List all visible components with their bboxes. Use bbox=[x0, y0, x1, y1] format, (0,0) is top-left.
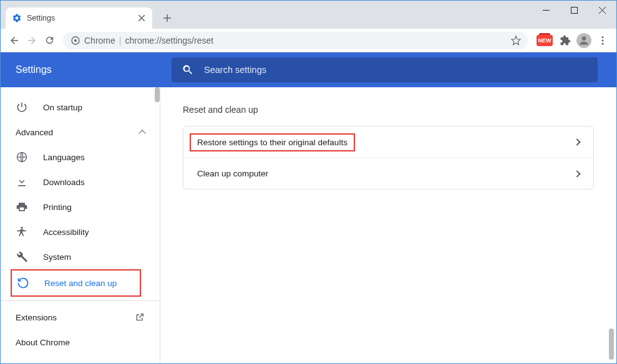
profile-avatar-button[interactable] bbox=[576, 33, 591, 48]
maximize-button[interactable] bbox=[560, 1, 588, 19]
svg-point-8 bbox=[74, 39, 77, 42]
download-icon bbox=[16, 176, 28, 188]
sidebar-scrollbar[interactable] bbox=[155, 87, 160, 102]
sidebar-item-system[interactable]: System bbox=[1, 244, 160, 269]
forward-button[interactable] bbox=[23, 32, 41, 49]
sidebar-item-languages[interactable]: Languages bbox=[1, 145, 160, 170]
row-label: Restore settings to their original defau… bbox=[197, 138, 347, 147]
address-bar: Chrome | chrome://settings/reset NEW bbox=[1, 29, 616, 52]
section-header: Reset and clean up bbox=[183, 105, 594, 115]
sidebar-item-accessibility[interactable]: Accessibility bbox=[1, 219, 160, 244]
row-cleanup-computer[interactable]: Clean up computer bbox=[183, 158, 593, 189]
sidebar-item-on-startup[interactable]: On startup bbox=[1, 95, 160, 120]
open-external-icon bbox=[135, 312, 145, 322]
svg-point-9 bbox=[582, 36, 586, 41]
chevron-right-icon bbox=[573, 170, 580, 177]
svg-rect-5 bbox=[571, 7, 578, 13]
gear-icon bbox=[12, 13, 22, 23]
highlight-restore-row: Restore settings to their original defau… bbox=[190, 133, 355, 151]
sidebar-item-label: Reset and clean up bbox=[44, 279, 117, 288]
url-text: chrome://settings/reset bbox=[125, 36, 213, 46]
sidebar-item-label: On startup bbox=[43, 103, 82, 112]
window-controls bbox=[532, 1, 616, 19]
sidebar-item-reset[interactable]: Reset and clean up bbox=[12, 271, 140, 295]
search-icon bbox=[182, 64, 193, 76]
row-restore-defaults[interactable]: Restore settings to their original defau… bbox=[183, 127, 593, 158]
sidebar-item-label: Advanced bbox=[16, 128, 53, 137]
sidebar-item-downloads[interactable]: Downloads bbox=[1, 170, 160, 194]
power-icon bbox=[16, 101, 28, 113]
page-title: Settings bbox=[16, 64, 172, 75]
chrome-menu-button[interactable] bbox=[594, 32, 611, 49]
url-divider: | bbox=[119, 36, 122, 46]
chevron-right-icon bbox=[573, 138, 580, 145]
sidebar-item-extensions[interactable]: Extensions bbox=[1, 305, 160, 330]
sidebar-item-about[interactable]: About Chrome bbox=[1, 330, 160, 355]
sidebar-item-label: About Chrome bbox=[16, 338, 70, 347]
svg-point-14 bbox=[21, 227, 22, 229]
main-scrollbar[interactable] bbox=[609, 328, 614, 360]
close-window-button[interactable] bbox=[588, 1, 616, 19]
back-button[interactable] bbox=[6, 32, 23, 49]
bookmark-star-icon[interactable] bbox=[510, 35, 520, 46]
search-settings-wrap[interactable] bbox=[172, 57, 598, 82]
sidebar-item-printing[interactable]: Printing bbox=[1, 194, 160, 219]
printer-icon bbox=[16, 201, 28, 213]
main-content: Reset and clean up Restore settings to t… bbox=[160, 87, 616, 363]
svg-point-12 bbox=[602, 42, 604, 44]
sidebar-item-label: System bbox=[43, 252, 71, 262]
svg-point-10 bbox=[602, 36, 604, 38]
close-tab-icon[interactable] bbox=[138, 15, 145, 21]
accessibility-icon bbox=[16, 226, 28, 238]
new-tab-button[interactable] bbox=[158, 9, 176, 27]
wrench-icon bbox=[16, 251, 28, 263]
globe-icon bbox=[16, 151, 28, 163]
sidebar: On startup Advanced Languages Downloads … bbox=[1, 87, 160, 363]
sidebar-item-label: Languages bbox=[43, 153, 85, 162]
restore-icon bbox=[17, 277, 29, 289]
tab-title: Settings bbox=[27, 14, 55, 22]
settings-card: Restore settings to their original defau… bbox=[183, 126, 594, 189]
reload-button[interactable] bbox=[41, 32, 58, 49]
sidebar-item-label: Accessibility bbox=[43, 228, 89, 237]
extensions-button[interactable] bbox=[556, 32, 574, 49]
svg-point-11 bbox=[602, 39, 604, 41]
highlight-sidebar-reset: Reset and clean up bbox=[11, 269, 141, 297]
titlebar: Settings bbox=[1, 1, 616, 29]
browser-tab[interactable]: Settings bbox=[6, 7, 152, 29]
sidebar-item-label: Downloads bbox=[43, 178, 85, 187]
chevron-up-icon bbox=[138, 130, 145, 136]
search-input[interactable] bbox=[204, 65, 588, 75]
url-scheme-label: Chrome bbox=[84, 36, 115, 46]
sidebar-item-label: Printing bbox=[43, 203, 72, 212]
minimize-button[interactable] bbox=[532, 1, 560, 19]
sidebar-item-label: Extensions bbox=[16, 313, 57, 322]
row-label: Clean up computer bbox=[197, 169, 268, 178]
site-info-icon[interactable] bbox=[70, 36, 80, 46]
omnibox[interactable]: Chrome | chrome://settings/reset bbox=[63, 32, 528, 49]
settings-header: Settings bbox=[1, 52, 616, 87]
extension-new-badge[interactable]: NEW bbox=[537, 35, 553, 46]
sidebar-section-advanced[interactable]: Advanced bbox=[1, 120, 160, 145]
sidebar-divider bbox=[1, 300, 160, 301]
